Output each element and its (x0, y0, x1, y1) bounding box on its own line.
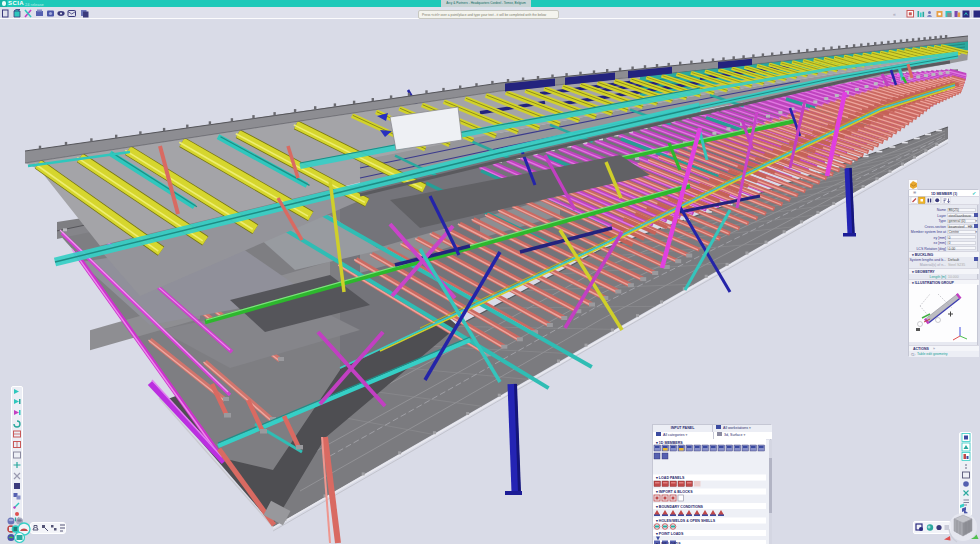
svg-text:▾ BOUNDARY CONDITIONS: ▾ BOUNDARY CONDITIONS (655, 505, 704, 509)
svg-text:▾ POINT LOADS: ▾ POINT LOADS (655, 532, 684, 536)
svg-text:▾ IMPORT & BLOCKS: ▾ IMPORT & BLOCKS (655, 490, 693, 494)
svg-text:▾ HOLES/WELDS & OPEN SHELLS: ▾ HOLES/WELDS & OPEN SHELLS (655, 519, 716, 523)
svg-text:«: « (893, 11, 896, 17)
svg-text:▾ 1D MEMBERS: ▾ 1D MEMBERS (655, 441, 683, 445)
svg-text:▾ LOAD PANELS: ▾ LOAD PANELS (655, 476, 685, 480)
